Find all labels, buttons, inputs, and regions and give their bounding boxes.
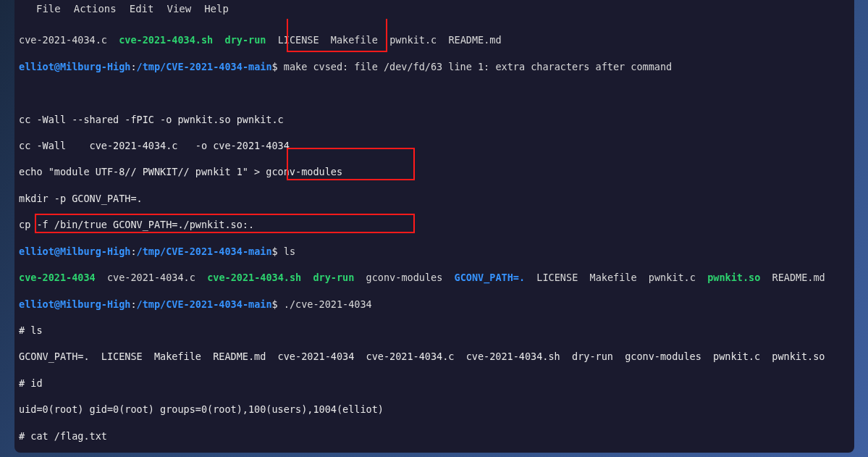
prompt-line: elliot@Milburg-High:/tmp/CVE-2021-4034-m… [19, 60, 850, 73]
file-exec: cve-2021-4034 [19, 272, 96, 283]
file-dir: GCONV_PATH=. [455, 272, 526, 283]
file-exec: pwnkit.so [707, 272, 760, 283]
file: LICENSE [536, 272, 578, 283]
terminal-window: File Actions Edit View Help cve-2021-403… [14, 0, 854, 453]
menu-actions[interactable]: Actions [74, 3, 117, 14]
terminal-output[interactable]: cve-2021-4034.c cve-2021-4034.sh dry-run… [14, 19, 854, 453]
menu-edit[interactable]: Edit [130, 3, 154, 14]
make-output: cc -Wall --shared -fPIC -o pwnkit.so pwn… [19, 113, 850, 126]
cmd-run-exploit: ./cve-2021-4034 [284, 298, 372, 310]
file: LICENSE [278, 34, 319, 46]
root-id-output: uid=0(root) gid=0(root) groups=0(root),1… [19, 403, 850, 416]
cmd-ls: ls [284, 246, 295, 257]
ls-output-line-1: cve-2021-4034.c cve-2021-4034.sh dry-run… [19, 33, 850, 46]
blank [19, 86, 850, 99]
file: README.md [448, 34, 501, 46]
root-ls-cmd: # ls [19, 324, 850, 337]
prompt-path: /tmp/CVE-2021-4034-main [137, 246, 272, 257]
prompt-dollar: $ [272, 246, 284, 257]
file: cve-2021-4034.c [107, 272, 195, 283]
file: Makefile [331, 34, 378, 46]
file: gconv-modules [366, 272, 443, 283]
file-exec: dry-run [225, 34, 266, 46]
prompt-line: elliot@Milburg-High:/tmp/CVE-2021-4034-m… [19, 245, 850, 258]
cmd-make: make cvsed: file /dev/fd/63 line 1: extr… [284, 61, 672, 72]
root-ls-output: GCONV_PATH=. LICENSE Makefile README.md … [19, 350, 850, 363]
ls-output-line-2: cve-2021-4034 cve-2021-4034.c cve-2021-4… [19, 271, 850, 284]
prompt-dollar: $ [272, 61, 284, 72]
prompt-path: /tmp/CVE-2021-4034-main [137, 298, 272, 310]
file: Makefile [590, 272, 637, 283]
prompt-sep: : [130, 61, 136, 72]
make-output: cc -Wall cve-2021-4034.c -o cve-2021-403… [19, 139, 850, 152]
root-cat-cmd: # cat /flag.txt [19, 429, 850, 443]
file: pwnkit.c [649, 272, 696, 283]
prompt-line: elliot@Milburg-High:/tmp/CVE-2021-4034-m… [19, 298, 850, 311]
menu-view[interactable]: View [167, 3, 191, 14]
prompt-user: elliot@Milburg-High [19, 246, 130, 257]
file-exec: dry-run [313, 272, 354, 283]
file-exec: cve-2021-4034.sh [119, 34, 213, 46]
make-output: echo "module UTF-8// PWNKIT// pwnkit 1" … [19, 165, 850, 178]
menu-file[interactable]: File [36, 3, 61, 14]
file: README.md [772, 272, 825, 283]
prompt-user: elliot@Milburg-High [19, 298, 130, 310]
menu-bar: File Actions Edit View Help [14, 0, 854, 19]
prompt-sep: : [130, 246, 136, 257]
file: cve-2021-4034.c [19, 34, 107, 46]
prompt-user: elliot@Milburg-High [19, 61, 130, 72]
make-output: cp -f /bin/true GCONV_PATH=./pwnkit.so:. [19, 218, 850, 231]
prompt-sep: : [130, 298, 136, 310]
root-id-cmd: # id [19, 377, 850, 390]
prompt-path: /tmp/CVE-2021-4034-main [137, 61, 272, 72]
file-exec: cve-2021-4034.sh [207, 272, 301, 283]
prompt-dollar: $ [272, 298, 284, 310]
file: pwnkit.c [389, 34, 437, 46]
make-output: mkdir -p GCONV_PATH=. [19, 192, 850, 205]
menu-help[interactable]: Help [204, 3, 229, 14]
